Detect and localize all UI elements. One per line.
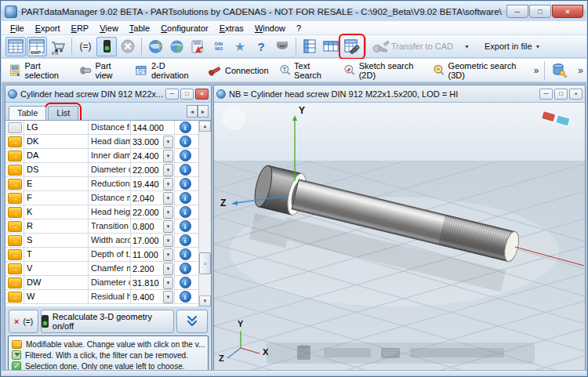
nav-overflow-chevron-2[interactable]: » (575, 65, 586, 76)
modifiable-arrow-icon[interactable]: → (8, 263, 22, 274)
value-dropdown-icon[interactable]: ▼ (163, 277, 173, 289)
scrollbar-thumb[interactable]: ≡ (199, 252, 211, 274)
modifiable-arrow-icon[interactable]: → (8, 277, 22, 288)
panel-maximize-button[interactable]: □ (554, 89, 568, 100)
table-rows-icon[interactable] (321, 37, 341, 56)
table-scrollbar[interactable]: ▲ ≡ ▼ (198, 121, 211, 306)
export-dropdown-icon[interactable]: ▼ (535, 44, 541, 49)
info-icon[interactable]: i (180, 291, 191, 303)
modifiable-arrow-icon[interactable]: → (8, 165, 22, 176)
modifiable-arrow-icon[interactable]: → (8, 150, 22, 161)
cancel-icon[interactable] (118, 37, 138, 56)
web-user-icon[interactable] (166, 37, 187, 56)
nav-overflow-chevron[interactable]: » (531, 65, 543, 76)
row-state-button[interactable] (8, 122, 22, 133)
tab-table[interactable]: Table (9, 106, 46, 120)
pdf-export-icon[interactable] (187, 37, 208, 56)
modifiable-arrow-icon[interactable]: → (8, 207, 22, 218)
value-dropdown-icon[interactable]: ▼ (163, 164, 173, 176)
menu-erp[interactable]: ERP (66, 23, 95, 34)
close-button[interactable]: × (552, 5, 583, 18)
value-dropdown-icon[interactable]: ▼ (163, 150, 173, 162)
modifiable-arrow-icon[interactable]: → (8, 193, 22, 204)
info-icon[interactable]: i (180, 277, 191, 288)
value-dropdown-icon[interactable]: ▼ (163, 206, 173, 219)
info-icon[interactable]: i (180, 192, 191, 204)
nav-part-selection[interactable]: Part selection (6, 60, 77, 82)
info-icon[interactable]: i (180, 220, 191, 232)
maximize-button[interactable]: □ (529, 5, 551, 18)
value-dropdown-icon[interactable]: ▼ (163, 192, 173, 205)
help-icon[interactable]: ? (251, 37, 271, 56)
panel-maximize-button[interactable]: □ (180, 89, 194, 100)
modifiable-arrow-icon[interactable]: → (8, 249, 22, 260)
modifiable-arrow-icon[interactable]: → (8, 292, 22, 303)
ghost-toolbar[interactable] (267, 343, 535, 364)
remove-filters-button[interactable]: × (=) (9, 310, 38, 333)
menu-extras[interactable]: Extras (214, 23, 249, 34)
value-dropdown-icon[interactable]: ▼ (163, 263, 173, 275)
nav-database-key[interactable] (547, 61, 575, 80)
favorites-star-icon[interactable]: ★ (230, 37, 250, 56)
info-icon[interactable]: i (180, 234, 191, 246)
value-dropdown-icon[interactable]: ▼ (163, 248, 173, 261)
nav-connection[interactable]: Connection (205, 63, 276, 78)
recalculate-3d-button[interactable]: Recalculate 3-D geometry on/off (41, 310, 174, 333)
panel-close-button[interactable]: × (569, 89, 583, 100)
menu-export[interactable]: Export (30, 23, 66, 34)
transfer-dropdown-icon[interactable]: ▼ (464, 44, 470, 49)
tab-scroll-left-icon[interactable]: ◄ (187, 105, 198, 118)
nav-sketch-search[interactable]: Sketch search (2D) (340, 60, 430, 82)
info-icon[interactable]: i (180, 136, 191, 147)
value-dropdown-icon[interactable]: ▼ (163, 220, 173, 233)
info-icon[interactable]: i (180, 178, 191, 190)
tab-scroll-right-icon[interactable]: ► (198, 105, 209, 118)
table-columns-icon[interactable] (299, 37, 320, 56)
web-browser-icon[interactable] (145, 37, 165, 56)
tab-list[interactable]: List (48, 106, 78, 120)
modifiable-arrow-icon[interactable]: → (8, 235, 22, 246)
panel-close-button[interactable]: × (195, 89, 209, 100)
value-dropdown-icon[interactable]: ▼ (163, 234, 173, 247)
info-icon[interactable]: i (180, 121, 191, 133)
screw-top-gray-icon[interactable] (272, 37, 292, 56)
3d-viewport[interactable]: Y Z (214, 103, 585, 370)
table-screw-view-icon[interactable] (342, 37, 362, 56)
value-dropdown-icon[interactable]: ▼ (163, 136, 173, 148)
nav-geometric-search[interactable]: Geometric search (3D) (430, 60, 531, 82)
info-icon[interactable]: i (180, 150, 191, 161)
menu-table[interactable]: Table (124, 23, 155, 34)
menu-help[interactable]: ? (291, 23, 307, 34)
nav-part-view[interactable]: Part view (77, 60, 132, 82)
nav-text-search[interactable]: T Text Search (276, 60, 341, 82)
value-dropdown-icon[interactable]: ▼ (163, 178, 173, 190)
shopping-cart-icon[interactable]: 876 (48, 37, 68, 56)
menu-view[interactable]: View (94, 23, 124, 34)
menu-window[interactable]: Window (249, 23, 291, 34)
traffic-light-icon[interactable] (96, 37, 117, 56)
datasheet-table-icon[interactable] (5, 37, 26, 56)
din-962-icon[interactable]: DIN962 (209, 37, 229, 56)
filter-equals-icon[interactable]: (=) (75, 37, 96, 56)
modifiable-arrow-icon[interactable]: → (8, 136, 22, 147)
panel-minimize-button[interactable]: ─ (539, 89, 553, 100)
panel-minimize-button[interactable]: ─ (165, 89, 179, 100)
info-icon[interactable]: i (180, 263, 191, 274)
modifiable-arrow-icon[interactable]: → (8, 221, 22, 232)
scroll-up-icon[interactable]: ▲ (199, 121, 211, 132)
export-in-file-button[interactable]: Export in file ▼ (485, 42, 540, 51)
value-dropdown-icon[interactable]: ▼ (163, 291, 173, 303)
menu-configurator[interactable]: Configurator (155, 23, 214, 34)
expand-more-button[interactable] (176, 310, 208, 333)
minimize-button[interactable]: ─ (506, 5, 528, 18)
transfer-to-cad-button[interactable]: Transfer to CAD ▼ (372, 39, 470, 53)
info-icon[interactable]: i (180, 248, 191, 260)
nav-2d-derivation[interactable]: 2-D derivation (132, 60, 205, 82)
scroll-down-icon[interactable]: ▼ (199, 295, 211, 306)
info-icon[interactable]: i (180, 206, 191, 218)
menu-file[interactable]: File (5, 23, 30, 34)
bmp-preview-icon[interactable]: BMP (27, 37, 47, 56)
info-icon[interactable]: i (180, 164, 191, 176)
table-row: → DW Diameter o... 31.810▼ i (5, 276, 198, 290)
modifiable-arrow-icon[interactable]: → (8, 179, 22, 190)
